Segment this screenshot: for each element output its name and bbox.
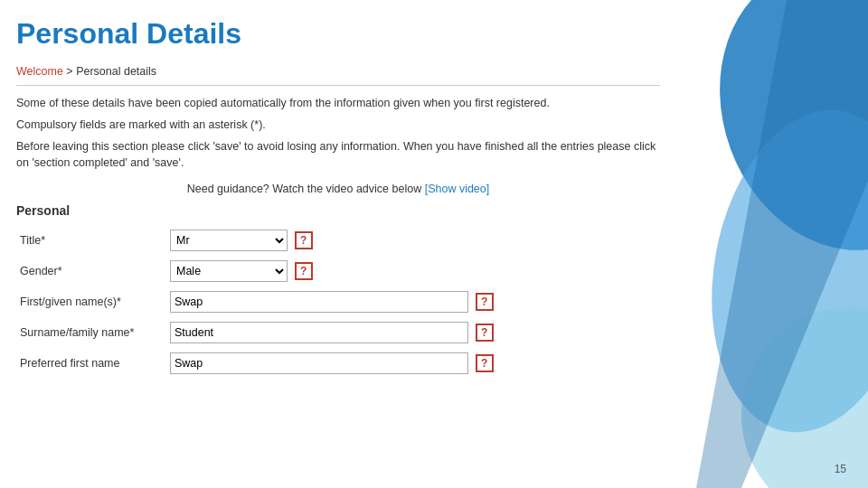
field-input-surname: ? <box>161 317 631 348</box>
firstname-help-button[interactable]: ? <box>476 293 494 311</box>
gender-select[interactable]: Male Female Other <box>170 260 288 282</box>
field-label-firstname: First/given name(s)* <box>16 286 161 317</box>
field-input-gender: Male Female Other ? <box>161 256 631 286</box>
field-input-title: Mr Mrs Miss Ms Dr ? <box>161 225 631 256</box>
info-para-3: Before leaving this section please click… <box>16 138 660 173</box>
surname-help-button[interactable]: ? <box>476 324 494 342</box>
show-video-link[interactable]: [Show video] <box>425 183 490 195</box>
info-text-block: Some of these details have been copied a… <box>16 95 660 172</box>
field-label-gender: Gender* <box>16 256 161 286</box>
svg-marker-3 <box>696 0 868 488</box>
personal-form: Title* Mr Mrs Miss Ms Dr ? Gender* <box>16 225 631 379</box>
field-input-preferred: ? <box>161 348 631 379</box>
firstname-input[interactable] <box>170 291 468 313</box>
preferred-help-button[interactable]: ? <box>476 354 494 372</box>
field-input-firstname: ? <box>161 286 631 317</box>
field-label-title: Title* <box>16 225 161 256</box>
field-label-preferred: Preferred first name <box>16 348 161 379</box>
divider <box>16 85 660 86</box>
guidance-line: Need guidance? Watch the video advice be… <box>16 181 660 198</box>
info-para-2: Compulsory fields are marked with an ast… <box>16 117 660 134</box>
field-label-surname: Surname/family name* <box>16 317 161 348</box>
breadcrumb-home[interactable]: Welcome <box>16 65 63 78</box>
section-title: Personal <box>16 203 660 218</box>
table-row: Gender* Male Female Other ? <box>16 256 631 286</box>
table-row: Title* Mr Mrs Miss Ms Dr ? <box>16 225 631 256</box>
breadcrumb: Welcome > Personal details <box>16 63 660 80</box>
info-para-1: Some of these details have been copied a… <box>16 95 660 112</box>
svg-point-1 <box>687 94 868 449</box>
page-number: 15 <box>835 463 846 475</box>
title-help-button[interactable]: ? <box>295 231 313 249</box>
table-row: First/given name(s)* ? <box>16 286 631 317</box>
table-row: Surname/family name* ? <box>16 317 631 348</box>
gender-help-button[interactable]: ? <box>295 262 313 280</box>
surname-input[interactable] <box>170 322 468 343</box>
title-select[interactable]: Mr Mrs Miss Ms Dr <box>170 230 288 251</box>
svg-point-2 <box>732 298 868 488</box>
table-row: Preferred first name ? <box>16 348 631 379</box>
preferred-name-input[interactable] <box>170 352 468 374</box>
page-title: Personal Details <box>16 16 660 51</box>
svg-point-0 <box>681 0 868 285</box>
